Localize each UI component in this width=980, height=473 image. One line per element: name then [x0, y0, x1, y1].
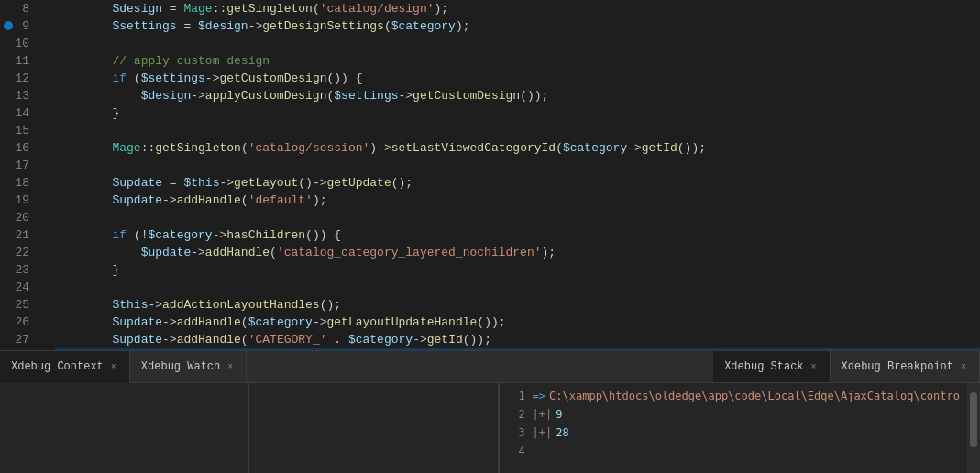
scrollbar-area[interactable] [967, 383, 980, 473]
stack-content: 1=> C:\xampp\htdocs\oldedge\app\code\Loc… [500, 383, 967, 464]
context-line-1 [7, 387, 241, 405]
tab-xdebug-stack[interactable]: Xdebug Stack× [713, 351, 830, 382]
tab-bar: Xdebug Context×Xdebug Watch×Xdebug Stack… [0, 351, 980, 383]
line-number-14: 14 [0, 104, 37, 122]
stack-arrow-icon: => [533, 390, 545, 402]
bottom-panel: Xdebug Context×Xdebug Watch×Xdebug Stack… [0, 350, 980, 473]
line-number-21: 21 [0, 226, 37, 244]
code-line-27: $update->addHandle('CATEGORY_' . $catego… [55, 331, 980, 348]
line-number-19: 19 [0, 192, 37, 209]
code-line-15 [55, 122, 980, 139]
stack-line-3: 3|+| 28 [500, 424, 967, 442]
line-number-20: 20 [0, 209, 37, 226]
line-number-9: 9 [0, 17, 37, 35]
tab-close-icon[interactable]: × [959, 360, 968, 374]
editor-container: 8910111213141516171819202122232425262728… [0, 0, 980, 350]
code-line-22: $update->addHandle('catalog_category_lay… [55, 244, 980, 261]
scrollbar-thumb[interactable] [970, 392, 977, 447]
stack-value: 9 [556, 408, 562, 421]
line-number-18: 18 [0, 174, 37, 192]
code-line-28: $this->loadLayoutUpdates(); [55, 348, 980, 350]
tab-label: Xdebug Stack [724, 360, 803, 373]
stack-pipe-icon: |+| [533, 408, 553, 421]
context-panel [0, 383, 249, 473]
code-content[interactable]: $design = Mage::getSingleton('catalog/de… [46, 0, 980, 350]
tab-label: Xdebug Watch [141, 360, 220, 373]
code-line-14: } [55, 104, 980, 122]
stack-line-number: 3 [507, 426, 525, 439]
stack-line-1: 1=> C:\xampp\htdocs\oldedge\app\code\Loc… [500, 387, 967, 405]
line-number-27: 27 [0, 331, 37, 348]
tab-label: Xdebug Context [11, 360, 104, 373]
code-line-17 [55, 157, 980, 174]
code-line-21: if (!$category->hasChildren()) { [55, 226, 980, 244]
tab-label: Xdebug Breakpoint [842, 360, 953, 373]
stack-path: C:\xampp\htdocs\oldedge\app\code\Local\E… [549, 390, 960, 402]
line-number-22: 22 [0, 244, 37, 261]
tab-close-icon[interactable]: × [809, 360, 819, 374]
watch-panel [249, 383, 499, 473]
tab-close-icon[interactable]: × [109, 360, 118, 374]
stack-line-2: 2|+| 9 [500, 405, 967, 424]
code-line-25: $this->addActionLayoutHandles(); [55, 296, 980, 314]
line-number-8: 8 [0, 0, 37, 17]
code-line-11: // apply custom design [55, 52, 980, 70]
tab-xdebug-context[interactable]: Xdebug Context× [0, 351, 130, 383]
line-number-15: 15 [0, 122, 37, 139]
line-numbers: 8910111213141516171819202122232425262728… [0, 0, 46, 350]
code-line-19: $update->addHandle('default'); [55, 192, 980, 209]
stack-line-number: 2 [507, 408, 525, 421]
code-line-16: Mage::getSingleton('catalog/session')->s… [55, 139, 980, 157]
code-line-9: $settings = $design->getDesignSettings($… [55, 17, 980, 35]
line-number-25: 25 [0, 296, 37, 314]
code-line-20 [55, 209, 980, 226]
tab-xdebug-watch[interactable]: Xdebug Watch× [130, 351, 247, 382]
stack-line-number: 4 [507, 445, 525, 457]
stack-pipe-icon: |+| [533, 426, 553, 439]
code-line-24 [55, 279, 980, 296]
code-line-26: $update->addHandle($category->getLayoutU… [55, 314, 980, 331]
code-line-18: $update = $this->getLayout()->getUpdate(… [55, 174, 980, 192]
code-line-10 [55, 35, 980, 52]
right-panels: 1=> C:\xampp\htdocs\oldedge\app\code\Loc… [500, 383, 980, 473]
stack-value: 28 [556, 426, 568, 439]
tab-xdebug-breakpoint[interactable]: Xdebug Breakpoint× [831, 351, 980, 382]
line-number-28: 28 [0, 348, 37, 350]
line-number-17: 17 [0, 157, 37, 174]
line-number-10: 10 [0, 35, 37, 52]
line-number-12: 12 [0, 70, 37, 87]
line-number-23: 23 [0, 261, 37, 279]
tab-close-icon[interactable]: × [226, 360, 235, 374]
stack-line-4: 4 [500, 442, 967, 460]
line-number-24: 24 [0, 279, 37, 296]
line-number-26: 26 [0, 314, 37, 331]
line-number-16: 16 [0, 139, 37, 157]
code-line-23: } [55, 261, 980, 279]
panel-content: 1=> C:\xampp\htdocs\oldedge\app\code\Loc… [0, 383, 980, 473]
stack-panel: 1=> C:\xampp\htdocs\oldedge\app\code\Loc… [500, 383, 967, 473]
code-line-13: $design->applyCustomDesign($settings->ge… [55, 87, 980, 104]
code-line-12: if ($settings->getCustomDesign()) { [55, 70, 980, 87]
stack-line-number: 1 [507, 390, 525, 402]
code-line-8: $design = Mage::getSingleton('catalog/de… [55, 0, 980, 17]
line-number-13: 13 [0, 87, 37, 104]
line-number-11: 11 [0, 52, 37, 70]
left-panels [0, 383, 500, 473]
